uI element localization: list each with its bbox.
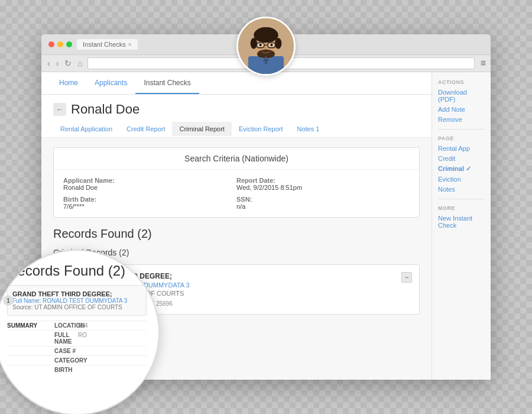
sidebar-divider-1	[438, 129, 485, 130]
zoom-summary-val-1: RO	[78, 332, 147, 345]
browser-window: Instant Checks × ‹ › ↻ ⌂ ≡	[41, 34, 491, 380]
zoom-record-item: 1 GRAND THEFT THIRD DEGREE; Full Name: R…	[7, 285, 147, 316]
sidebar-actions-title: ACTIONS	[438, 79, 485, 85]
sidebar-page-rental-app[interactable]: Rental App	[438, 145, 485, 152]
sidebar-page-credit[interactable]: Credit	[438, 155, 485, 162]
sidebar: ACTIONS Download (PDF) Add Note Remove P…	[432, 72, 491, 380]
zoom-summary-key-1: FULL NAME	[54, 332, 78, 345]
zoom-summary-section-4	[7, 367, 54, 373]
zoom-record-name: Full Name: RONALD TEST DUMMYDATA 3	[12, 297, 141, 304]
zoom-summary-val-0: 654	[78, 322, 147, 329]
ssn-value: n/a	[236, 203, 410, 210]
sidebar-download-pdf[interactable]: Download (PDF)	[438, 89, 485, 103]
browser-menu-icon[interactable]: ≡	[481, 58, 486, 69]
sidebar-page-eviction[interactable]: Eviction	[438, 176, 485, 183]
forward-nav-icon[interactable]: ›	[55, 59, 60, 68]
zoom-records-title: Records Found (2)	[7, 263, 147, 279]
zoom-summary-val-4	[78, 367, 147, 373]
browser-tab[interactable]: Instant Checks ×	[77, 39, 138, 50]
report-date-value: Wed, 9/2/2015 8:51pm	[236, 184, 410, 191]
svg-point-20	[265, 60, 267, 62]
zoom-record-title: GRAND THEFT THIRD DEGREE;	[12, 290, 141, 297]
report-tabs: Rental Application Credit Report Crimina…	[53, 122, 420, 137]
zoom-summary: SUMMARY LOCATION 654 FULL NAME RO CASE #…	[7, 321, 147, 374]
svg-point-12	[270, 44, 273, 47]
svg-point-7	[251, 38, 257, 49]
applicant-name-value: Ronald Doe	[63, 184, 236, 191]
sidebar-add-note[interactable]: Add Note	[438, 106, 485, 113]
profile-name: Ronald Doe	[71, 102, 140, 117]
nav-item-applicants[interactable]: Applicants	[86, 73, 135, 94]
records-found-title: Records Found (2)	[53, 227, 420, 241]
record-collapse-button[interactable]: −	[401, 272, 412, 283]
nav-item-home[interactable]: Home	[51, 73, 86, 94]
zoom-summary-section-1	[7, 332, 54, 345]
tab-close-icon[interactable]: ×	[128, 41, 132, 48]
criteria-grid: Applicant Name: Ronald Doe Report Date: …	[54, 170, 419, 217]
tab-criminal-report[interactable]: Criminal Report	[172, 122, 231, 137]
svg-point-21	[265, 63, 267, 64]
tab-notes[interactable]: Notes 1	[290, 122, 327, 137]
svg-point-6	[255, 27, 277, 41]
back-nav-icon[interactable]: ‹	[46, 59, 51, 68]
zoom-summary-val-3	[78, 357, 147, 364]
zoom-circle: Records Found (2) 1 GRAND THEFT THIRD DE…	[0, 250, 160, 414]
sidebar-page-criminal[interactable]: Criminal	[438, 165, 485, 173]
zoom-summary-val-2	[78, 348, 147, 354]
criteria-title: Search Criteria (Nationwide)	[54, 148, 419, 170]
home-nav-icon[interactable]: ⌂	[76, 59, 83, 68]
sidebar-page-notes[interactable]: Notes	[438, 186, 485, 193]
tab-label: Instant Checks	[83, 41, 126, 48]
sidebar-page-title: PAGE	[438, 135, 485, 141]
svg-point-8	[275, 38, 281, 49]
traffic-lights	[48, 41, 72, 47]
zoom-summary-row-4: BIRTH	[7, 365, 147, 374]
sidebar-new-instant-check[interactable]: New Instant Check	[438, 215, 485, 229]
close-button[interactable]	[48, 41, 54, 47]
zoom-summary-section-0: SUMMARY	[7, 322, 54, 329]
maximize-button[interactable]	[66, 41, 72, 47]
profile-photo-container	[236, 17, 296, 76]
sidebar-divider-2	[438, 199, 485, 199]
zoom-summary-key-2: CASE #	[54, 348, 78, 354]
back-name-row: ← Ronald Doe	[53, 102, 420, 117]
zoom-record-number: 1	[3, 295, 14, 306]
tab-credit-report[interactable]: Credit Report	[119, 122, 172, 137]
avatar-svg	[238, 18, 294, 74]
zoom-summary-section-2	[7, 348, 54, 354]
refresh-nav-icon[interactable]: ↻	[63, 59, 73, 68]
tab-eviction-report[interactable]: Eviction Report	[232, 122, 290, 137]
zoom-summary-row-2: CASE #	[7, 346, 147, 355]
sidebar-remove[interactable]: Remove	[438, 116, 485, 123]
tab-rental-application[interactable]: Rental Application	[53, 122, 119, 137]
applicant-name-label: Applicant Name:	[63, 177, 236, 184]
search-criteria-box: Search Criteria (Nationwide) Applicant N…	[53, 147, 420, 218]
zoom-summary-section-3	[7, 357, 54, 364]
ssn-label: SSN:	[236, 196, 410, 203]
profile-photo	[236, 17, 296, 76]
birth-date-value: 7/6/****	[63, 203, 236, 210]
zoom-summary-row-3: CATEGORY	[7, 355, 147, 365]
birth-date-label: Birth Date:	[63, 196, 236, 203]
back-button[interactable]: ←	[53, 103, 66, 116]
nav-item-instant-checks[interactable]: Instant Checks	[135, 73, 199, 94]
zoom-summary-key-0: LOCATION	[54, 322, 78, 329]
svg-point-11	[259, 44, 262, 47]
zoom-summary-row-1: FULL NAME RO	[7, 330, 147, 346]
profile-header: ← Ronald Doe Rental Application Credit R…	[41, 95, 432, 138]
zoom-summary-row-0: SUMMARY LOCATION 654	[7, 321, 147, 330]
zoom-summary-key-3: CATEGORY	[54, 357, 78, 364]
zoom-summary-key-4: BIRTH	[54, 367, 78, 373]
sidebar-more-title: MORE	[438, 205, 485, 211]
report-date-label: Report Date:	[236, 177, 410, 184]
minimize-button[interactable]	[57, 41, 63, 47]
zoom-record-source: Source: UT ADMIN OFFICE OF COURTS	[12, 304, 141, 310]
